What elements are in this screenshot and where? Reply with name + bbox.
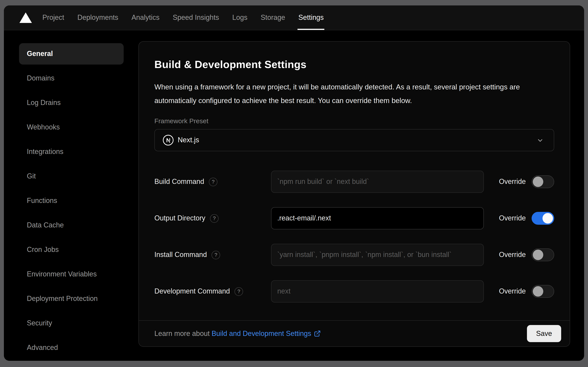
docs-link-text: Build and Development Settings: [211, 329, 311, 338]
build-dev-settings-card: Build & Development Settings When using …: [138, 41, 570, 347]
toggle-knob: [533, 250, 543, 260]
nav-tab-speed-insights[interactable]: Speed Insights: [173, 5, 219, 30]
vercel-logo-icon[interactable]: [19, 12, 32, 23]
learn-more-text: Learn more about Build and Development S…: [154, 329, 321, 338]
sidebar-item-data-cache[interactable]: Data Cache: [19, 215, 124, 236]
development-command-input[interactable]: [271, 280, 484, 302]
output-directory-label: Output Directory: [154, 214, 205, 222]
command-rows: Build Command ? Override: [154, 171, 554, 302]
build-command-override-toggle[interactable]: [532, 175, 554, 188]
output-directory-input[interactable]: [271, 207, 484, 229]
triangle-shape: [19, 12, 32, 23]
nav-tab-deployments[interactable]: Deployments: [77, 5, 118, 30]
save-button[interactable]: Save: [527, 325, 561, 342]
page-title: Build & Development Settings: [154, 59, 554, 71]
build-command-input[interactable]: [271, 171, 484, 193]
development-command-help-icon[interactable]: ?: [235, 287, 243, 296]
build-command-label: Build Command: [154, 178, 204, 186]
toggle-knob: [543, 213, 553, 224]
output-directory-override-toggle[interactable]: [532, 212, 554, 225]
sidebar-item-environment-variables[interactable]: Environment Variables: [19, 264, 124, 285]
browser-window: Project Deployments Analytics Speed Insi…: [4, 5, 584, 361]
install-command-label: Install Command: [154, 251, 207, 259]
sidebar-item-functions[interactable]: Functions: [19, 190, 124, 211]
toggle-knob: [533, 176, 543, 187]
settings-main: Build & Development Settings When using …: [138, 30, 584, 361]
install-command-help-icon[interactable]: ?: [211, 250, 220, 259]
nav-tab-storage[interactable]: Storage: [261, 5, 285, 30]
install-command-override-group: Override: [499, 248, 554, 261]
development-command-row: Development Command ? Override: [154, 280, 554, 302]
install-command-label-group: Install Command ?: [154, 250, 271, 259]
build-command-row: Build Command ? Override: [154, 171, 554, 193]
override-label: Override: [499, 287, 526, 295]
nav-tab-logs[interactable]: Logs: [232, 5, 247, 30]
sidebar-item-integrations[interactable]: Integrations: [19, 141, 124, 163]
output-directory-row: Output Directory ? Override: [154, 207, 554, 229]
output-directory-override-group: Override: [499, 212, 554, 225]
sidebar-item-cron-jobs[interactable]: Cron Jobs: [19, 239, 124, 260]
top-navigation: Project Deployments Analytics Speed Insi…: [4, 5, 584, 30]
development-command-label-group: Development Command ?: [154, 287, 271, 296]
install-command-row: Install Command ? Override: [154, 244, 554, 266]
nav-tab-project[interactable]: Project: [42, 5, 64, 30]
output-directory-label-group: Output Directory ?: [154, 214, 271, 223]
sidebar-item-deployment-protection[interactable]: Deployment Protection: [19, 288, 124, 309]
external-link-icon: [314, 330, 321, 337]
sidebar-item-git[interactable]: Git: [19, 166, 124, 187]
build-command-override-group: Override: [499, 175, 554, 188]
settings-page: General Domains Log Drains Webhooks Inte…: [4, 30, 584, 361]
learn-more-prefix: Learn more about: [154, 329, 211, 338]
toggle-knob: [533, 286, 543, 297]
sidebar-item-domains[interactable]: Domains: [19, 68, 124, 89]
nav-tab-analytics[interactable]: Analytics: [131, 5, 160, 30]
nextjs-icon: [163, 134, 174, 146]
override-label: Override: [499, 178, 526, 186]
sidebar-item-webhooks[interactable]: Webhooks: [19, 117, 124, 138]
build-settings-docs-link[interactable]: Build and Development Settings: [211, 329, 321, 338]
settings-sidebar: General Domains Log Drains Webhooks Inte…: [4, 30, 138, 361]
desktop-background: Project Deployments Analytics Speed Insi…: [0, 0, 588, 367]
build-command-label-group: Build Command ?: [154, 177, 271, 186]
framework-preset-label: Framework Preset: [154, 117, 554, 125]
chevron-down-icon: [537, 137, 544, 144]
development-command-override-group: Override: [499, 285, 554, 298]
nav-tabs: Project Deployments Analytics Speed Insi…: [42, 5, 324, 30]
build-command-help-icon[interactable]: ?: [209, 177, 217, 186]
development-command-override-toggle[interactable]: [532, 285, 554, 298]
card-description: When using a framework for a new project…: [154, 80, 554, 107]
output-directory-help-icon[interactable]: ?: [210, 214, 218, 223]
nav-tab-settings[interactable]: Settings: [298, 5, 324, 30]
development-command-label: Development Command: [154, 287, 230, 295]
framework-preset-select[interactable]: Next.js: [154, 129, 554, 151]
sidebar-item-log-drains[interactable]: Log Drains: [19, 92, 124, 114]
sidebar-item-general[interactable]: General: [19, 43, 124, 65]
card-footer: Learn more about Build and Development S…: [139, 320, 570, 346]
install-command-override-toggle[interactable]: [532, 248, 554, 261]
framework-preset-value: Next.js: [178, 136, 199, 144]
install-command-input[interactable]: [271, 244, 484, 266]
override-label: Override: [499, 251, 526, 259]
card-body: Build & Development Settings When using …: [139, 42, 570, 302]
sidebar-item-advanced[interactable]: Advanced: [19, 337, 124, 359]
sidebar-item-security[interactable]: Security: [19, 313, 124, 334]
override-label: Override: [499, 214, 526, 222]
